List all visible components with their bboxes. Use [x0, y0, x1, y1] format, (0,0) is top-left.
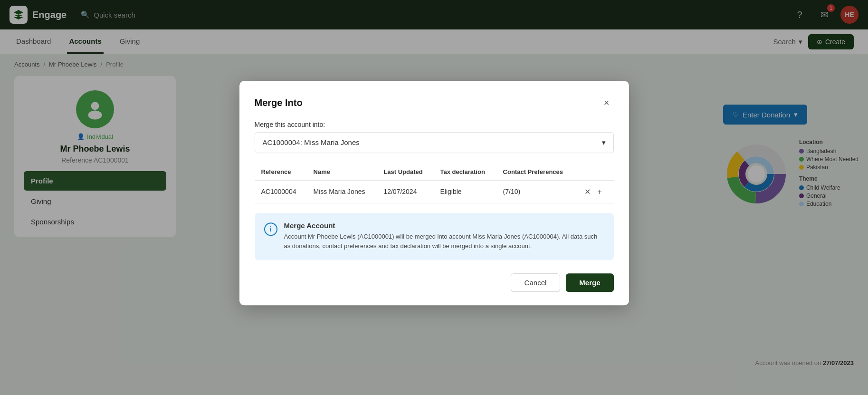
modal-footer: Cancel Merge: [255, 273, 614, 292]
cell-contact-prefs: (7/10): [496, 180, 576, 203]
cell-name: Miss Maria Jones: [307, 180, 377, 203]
select-chevron-icon: ▾: [602, 138, 606, 147]
info-icon: i: [264, 222, 277, 236]
table-row: AC1000004 Miss Maria Jones 12/07/2024 El…: [255, 180, 614, 203]
col-actions: [575, 164, 613, 181]
col-contact-prefs: Contact Preferences: [496, 164, 576, 181]
info-text: Account Mr Phoebe Lewis (AC1000001) will…: [284, 232, 604, 252]
add-icon[interactable]: +: [595, 188, 604, 196]
table-header-row: Reference Name Last Updated Tax declarat…: [255, 164, 614, 181]
selected-account-text: AC1000004: Miss Maria Jones: [263, 138, 360, 146]
cell-reference: AC1000004: [255, 180, 307, 203]
cancel-button[interactable]: Cancel: [511, 273, 561, 292]
close-button[interactable]: ×: [600, 96, 614, 110]
cell-actions: ✕ +: [575, 180, 613, 203]
merge-table: Reference Name Last Updated Tax declarat…: [255, 164, 614, 203]
modal-header: Merge Into ×: [255, 96, 614, 110]
col-last-updated: Last Updated: [377, 164, 433, 181]
remove-icon[interactable]: ✕: [582, 188, 593, 196]
cell-last-updated: 12/07/2024: [377, 180, 433, 203]
account-select[interactable]: AC1000004: Miss Maria Jones ▾: [255, 132, 614, 153]
col-name: Name: [307, 164, 377, 181]
info-box: i Merge Account Account Mr Phoebe Lewis …: [255, 213, 614, 260]
info-content: Merge Account Account Mr Phoebe Lewis (A…: [284, 222, 604, 252]
col-tax-declaration: Tax declaration: [433, 164, 496, 181]
merge-into-label: Merge this account into:: [255, 121, 614, 128]
merge-modal: Merge Into × Merge this account into: AC…: [239, 81, 629, 306]
col-reference: Reference: [255, 164, 307, 181]
merge-button[interactable]: Merge: [566, 273, 613, 292]
info-title: Merge Account: [284, 222, 604, 230]
modal-title: Merge Into: [255, 97, 303, 108]
cell-tax-declaration: Eligible: [433, 180, 496, 203]
